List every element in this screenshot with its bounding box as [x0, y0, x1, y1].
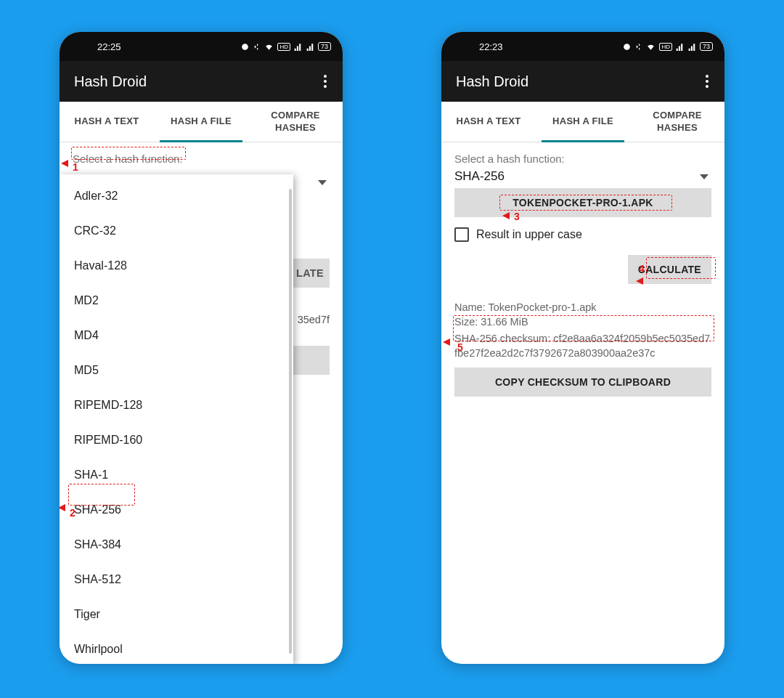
hash-option-haval128[interactable]: Haval-128	[60, 248, 293, 283]
status-icons: HD 73	[622, 42, 713, 52]
result-checksum: SHA-256 checksum: cf2e8aa6a324f2059b5ec5…	[454, 331, 711, 361]
status-bar: 22:23 HD 73	[441, 32, 724, 61]
content-area: Select a hash function:	[60, 142, 343, 165]
battery-icon: 73	[318, 42, 331, 51]
content-area: Select a hash function: SHA-256 TOKENPOC…	[441, 142, 724, 397]
bluetooth-icon	[253, 42, 261, 52]
hash-option-ripemd160[interactable]: RIPEMD-160	[60, 423, 293, 458]
hash-option-sha1[interactable]: SHA-1	[60, 458, 293, 492]
hash-option-ripemd128[interactable]: RIPEMD-128	[60, 388, 293, 423]
hash-option-crc32[interactable]: CRC-32	[60, 214, 293, 248]
signal-1-icon	[293, 42, 303, 52]
hash-dropdown-menu: Adler-32 CRC-32 Haval-128 MD2 MD4 MD5 RI…	[60, 174, 293, 664]
hash-option-sha384[interactable]: SHA-384	[60, 527, 293, 562]
status-time: 22:25	[97, 41, 121, 52]
dropdown-chevron[interactable]	[318, 180, 328, 185]
tab-hash-a-text[interactable]: HASH A TEXT	[441, 102, 536, 142]
calculate-button[interactable]: CALCULATE	[628, 255, 711, 284]
overflow-menu-icon[interactable]	[700, 69, 714, 94]
select-hash-label: Select a hash function:	[73, 153, 330, 165]
app-title-bar: Hash Droid	[441, 61, 724, 102]
hd-icon: HD	[277, 43, 290, 51]
signal-2-icon	[306, 42, 315, 52]
app-title-bar: Hash Droid	[60, 61, 343, 102]
hash-option-md4[interactable]: MD4	[60, 318, 293, 353]
battery-icon: 73	[700, 42, 713, 51]
checksum-label: SHA-256 checksum:	[454, 333, 553, 344]
tab-hash-a-file[interactable]: HASH A FILE	[536, 102, 630, 142]
hash-option-md5[interactable]: MD5	[60, 353, 293, 388]
copy-checksum-button[interactable]: COPY CHECKSUM TO CLIPBOARD	[454, 368, 711, 397]
file-button[interactable]: TOKENPOCKET-PRO-1.APK	[454, 188, 711, 217]
tab-hash-a-file[interactable]: HASH A FILE	[154, 102, 248, 142]
uppercase-row[interactable]: Result in upper case	[454, 227, 711, 242]
alarm-icon	[240, 42, 250, 52]
app-title: Hash Droid	[456, 73, 528, 90]
hd-icon: HD	[659, 43, 672, 51]
app-title: Hash Droid	[74, 73, 147, 90]
hash-option-adler32[interactable]: Adler-32	[60, 179, 293, 214]
status-bar: 22:25 HD 73	[60, 32, 343, 61]
hash-dropdown[interactable]: SHA-256	[454, 165, 711, 187]
overflow-menu-icon[interactable]	[318, 69, 332, 94]
checksum-peek: 35ed7f	[298, 314, 330, 325]
wifi-icon	[264, 42, 274, 52]
wifi-icon	[645, 42, 656, 52]
phone-right: 22:23 HD 73 Hash Droid HASH A TEXT HASH …	[441, 32, 724, 664]
select-hash-label: Select a hash function:	[454, 153, 711, 165]
hash-option-sha256[interactable]: SHA-256	[60, 492, 293, 527]
signal-2-icon	[687, 42, 697, 52]
result-size: Size: 31.66 MiB	[454, 314, 711, 329]
status-time: 22:23	[479, 41, 503, 52]
dropdown-scrollbar[interactable]	[289, 189, 292, 654]
tab-compare-hashes[interactable]: COMPARE HASHES	[630, 102, 724, 142]
bluetooth-icon	[634, 42, 642, 52]
hash-option-sha512[interactable]: SHA-512	[60, 562, 293, 597]
hash-dropdown-value: SHA-256	[454, 169, 505, 184]
tab-compare-hashes[interactable]: COMPARE HASHES	[248, 102, 343, 142]
phone-left: 22:25 HD 73 Hash Droid HASH A TEXT HASH …	[60, 32, 343, 664]
result-name: Name: TokenPocket-pro-1.apk	[454, 300, 711, 314]
alarm-icon	[622, 42, 632, 52]
uppercase-label: Result in upper case	[476, 228, 582, 241]
hash-option-whirlpool[interactable]: Whirlpool	[60, 632, 293, 664]
signal-1-icon	[675, 42, 685, 52]
hash-option-tiger[interactable]: Tiger	[60, 597, 293, 632]
uppercase-checkbox[interactable]	[454, 227, 469, 242]
tab-row: HASH A TEXT HASH A FILE COMPARE HASHES	[441, 102, 724, 142]
tab-row: HASH A TEXT HASH A FILE COMPARE HASHES	[60, 102, 343, 142]
chevron-down-icon	[700, 174, 709, 179]
status-icons: HD 73	[240, 42, 331, 52]
hash-option-md2[interactable]: MD2	[60, 283, 293, 318]
tab-hash-a-text[interactable]: HASH A TEXT	[60, 102, 154, 142]
